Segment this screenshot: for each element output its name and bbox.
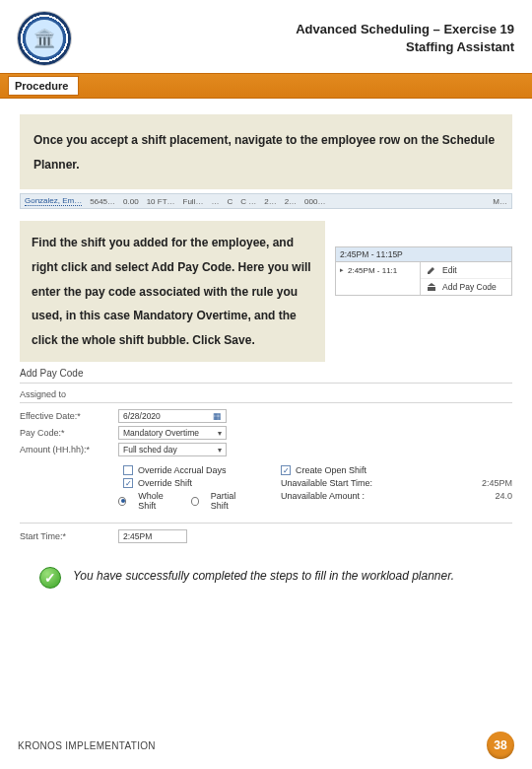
whole-shift-label: Whole Shift: [138, 491, 178, 511]
partial-shift-radio[interactable]: [191, 497, 199, 506]
step-1-text: Once you accept a shift placement, navig…: [20, 114, 512, 189]
start-time-field[interactable]: 2:45PM: [118, 529, 187, 543]
override-accrual-checkbox[interactable]: [123, 465, 133, 475]
effective-date-label: Effective Date:*: [20, 411, 118, 421]
bank-icon: [427, 282, 436, 292]
amount-label: Amount (HH.hh):*: [20, 445, 118, 454]
amount-select[interactable]: Full sched day ▾: [118, 443, 227, 456]
whole-shift-radio[interactable]: [118, 497, 126, 506]
state-seal-logo: 🏛️: [18, 12, 71, 65]
start-time-label: Start Time:*: [20, 531, 118, 541]
page-title: Advanced Scheduling – Exercise 19 Staffi…: [83, 21, 514, 55]
schedule-row: Gonzalez, Em… 5645… 0.00 10 FT… Full… … …: [20, 193, 512, 209]
footer-label: KRONOS IMPLEMENTATION: [18, 740, 156, 751]
chevron-down-icon: ▾: [218, 446, 222, 454]
shift-bubble-header: 2:45PM - 11:15P: [336, 247, 511, 262]
title-line-2: Staffing Assistant: [83, 38, 514, 56]
menu-item-edit[interactable]: Edit: [421, 262, 511, 278]
unavail-amount-label: Unavailable Amount :: [281, 491, 365, 501]
pay-code-label: Pay Code:*: [20, 428, 118, 438]
shift-time-cell: ▸ 2:45PM - 11:1: [336, 262, 421, 295]
assigned-to-label: Assigned to: [20, 389, 118, 399]
override-accrual-label: Override Accrual Days: [138, 465, 227, 475]
context-menu-screenshot: 2:45PM - 11:15P ▸ 2:45PM - 11:1 Edit Add: [335, 246, 512, 296]
create-open-shift-checkbox[interactable]: [281, 465, 291, 475]
add-pay-code-form: Add Pay Code Assigned to Effective Date:…: [20, 368, 512, 543]
unavail-start-label: Unavailable Start Time:: [281, 478, 372, 488]
step-2-text: Find the shift you added for the employe…: [20, 221, 325, 362]
override-shift-label: Override Shift: [138, 478, 192, 488]
employee-name: Gonzalez, Em…: [25, 196, 82, 206]
success-message: You have successfully completed the step…: [73, 567, 454, 585]
unavail-amount-value: 24.0: [453, 491, 512, 501]
override-shift-checkbox[interactable]: [123, 478, 133, 488]
form-title: Add Pay Code: [20, 368, 512, 379]
create-open-shift-label: Create Open Shift: [296, 465, 366, 475]
unavail-start-value: 2:45PM: [453, 478, 512, 488]
chevron-down-icon: ▾: [218, 429, 222, 438]
page-number-badge: 38: [487, 732, 514, 759]
calendar-icon: ▦: [213, 411, 222, 421]
partial-shift-label: Partial Shift: [211, 491, 251, 511]
chevron-right-icon: ▸: [340, 266, 344, 274]
procedure-bar: Procedure: [0, 73, 532, 99]
procedure-label: Procedure: [8, 76, 79, 96]
success-check-icon: ✓: [39, 567, 61, 589]
title-line-1: Advanced Scheduling – Exercise 19: [83, 21, 514, 38]
effective-date-field[interactable]: 6/28/2020 ▦: [118, 409, 227, 423]
edit-icon: [427, 265, 436, 275]
menu-item-add-pay-code[interactable]: Add Pay Code: [421, 278, 511, 295]
pay-code-select[interactable]: Mandatory Overtime ▾: [118, 426, 227, 440]
